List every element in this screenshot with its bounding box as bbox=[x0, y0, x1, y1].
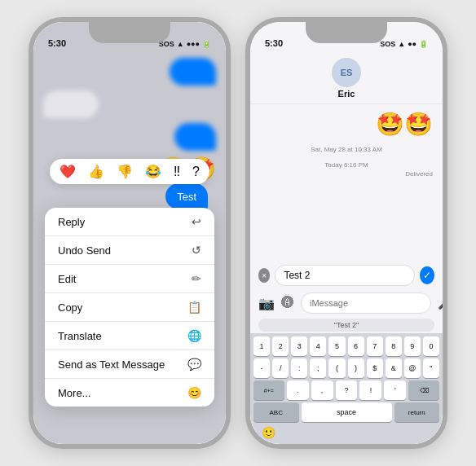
signal-icon: ●●● bbox=[187, 40, 200, 48]
blurred-bubble-1 bbox=[170, 58, 216, 86]
right-messages: 🤩🤩 Sat, May 28 at 10:33 AM Today 6:16 PM… bbox=[250, 104, 443, 262]
translate-icon: 🌐 bbox=[187, 329, 201, 342]
key-question[interactable]: ? bbox=[336, 380, 358, 400]
delivered-label: Delivered bbox=[260, 170, 433, 178]
key-9[interactable]: 9 bbox=[404, 336, 421, 356]
today-label: Today 6:16 PM bbox=[260, 161, 433, 169]
menu-send-text-label: Send as Text Message bbox=[58, 358, 165, 371]
wifi-icon: ▲ bbox=[177, 40, 184, 48]
more-icon: 😊 bbox=[187, 386, 201, 399]
key-slash[interactable]: / bbox=[272, 358, 289, 378]
menu-reply-label: Reply bbox=[58, 216, 85, 228]
menu-copy-label: Copy bbox=[58, 301, 82, 314]
key-colon[interactable]: : bbox=[291, 358, 307, 378]
menu-translate-label: Translate bbox=[58, 330, 102, 342]
date-label: Sat, May 28 at 10:33 AM bbox=[260, 146, 433, 153]
react-thumbsup[interactable]: 👍 bbox=[88, 164, 104, 179]
chat-header: ES Eric bbox=[250, 51, 443, 104]
menu-send-text[interactable]: Send as Text Message 💬 bbox=[45, 350, 214, 379]
right-sos-label: SOS bbox=[380, 40, 395, 48]
key-exclaim[interactable]: ! bbox=[359, 380, 381, 400]
blurred-bubble-2 bbox=[43, 90, 99, 118]
menu-edit[interactable]: Edit ✏ bbox=[45, 265, 214, 293]
menu-reply[interactable]: Reply ↩ bbox=[45, 208, 214, 236]
edit-input[interactable] bbox=[275, 265, 415, 286]
keyboard-num-row: 1 2 3 4 5 6 7 8 9 0 bbox=[253, 336, 439, 356]
menu-more[interactable]: More... 😊 bbox=[45, 379, 214, 407]
emoji-keyboard-button[interactable]: 🙂 bbox=[262, 426, 275, 439]
key-return[interactable]: return bbox=[394, 402, 440, 422]
key-hashplus[interactable]: #+= bbox=[253, 380, 284, 400]
media-bar: 📷 🅐 🎤 bbox=[250, 289, 443, 317]
battery-icon: 🔋 bbox=[202, 40, 211, 48]
key-6[interactable]: 6 bbox=[348, 336, 364, 356]
key-comma[interactable]: , bbox=[311, 380, 333, 400]
right-phone: 5:30 SOS ▲ ●● 🔋 ES Eric 🤩🤩 Sat, May 28 a… bbox=[245, 17, 447, 449]
edit-confirm-button[interactable]: ✓ bbox=[420, 266, 434, 284]
menu-translate[interactable]: Translate 🌐 bbox=[45, 322, 214, 350]
menu-edit-label: Edit bbox=[58, 273, 76, 285]
key-amp[interactable]: & bbox=[386, 358, 402, 378]
key-2[interactable]: 2 bbox=[272, 336, 289, 356]
edit-cancel-button[interactable]: × bbox=[258, 268, 270, 283]
keyboard-bottom-row: ABC space return bbox=[253, 402, 439, 422]
edit-icon: ✏ bbox=[192, 272, 201, 285]
reply-icon: ↩ bbox=[192, 215, 201, 228]
right-status-icons: SOS ▲ ●● 🔋 bbox=[380, 40, 428, 48]
key-1[interactable]: 1 bbox=[253, 336, 270, 356]
keyboard: 1 2 3 4 5 6 7 8 9 0 - / : ; ( ) $ & bbox=[250, 333, 443, 444]
bottom-bar: 🙂 bbox=[253, 424, 439, 442]
app-icon[interactable]: 🅐 bbox=[281, 296, 294, 310]
key-at[interactable]: @ bbox=[404, 358, 421, 378]
message-input[interactable] bbox=[301, 292, 431, 314]
avatar: ES bbox=[332, 58, 361, 87]
blurred-bubble-3 bbox=[174, 123, 216, 151]
react-exclaim[interactable]: ‼️ bbox=[174, 165, 180, 179]
contact-name: Eric bbox=[338, 89, 355, 99]
undo-icon: ↺ bbox=[192, 244, 201, 257]
key-dollar[interactable]: $ bbox=[367, 358, 383, 378]
right-emoji-bubble: 🤩🤩 bbox=[376, 111, 433, 138]
key-rparen[interactable]: ) bbox=[348, 358, 364, 378]
copy-icon: 📋 bbox=[187, 301, 201, 314]
reaction-bar[interactable]: ❤️ 👍 👎 😂 ‼️ ? bbox=[50, 159, 209, 184]
key-apostrophe[interactable]: ' bbox=[384, 380, 406, 400]
left-status-icons: SOS ▲ ●●● 🔋 bbox=[159, 40, 211, 48]
key-5[interactable]: 5 bbox=[328, 336, 345, 356]
quoted-label: "Test 2" bbox=[258, 319, 434, 332]
context-menu: Reply ↩ Undo Send ↺ Edit ✏ Copy 📋 Transl… bbox=[45, 208, 214, 407]
menu-more-label: More... bbox=[58, 387, 90, 399]
right-screen: 5:30 SOS ▲ ●● 🔋 ES Eric 🤩🤩 Sat, May 28 a… bbox=[250, 22, 443, 444]
key-space[interactable]: space bbox=[302, 402, 392, 422]
mic-icon[interactable]: 🎤 bbox=[438, 297, 443, 310]
react-question[interactable]: ? bbox=[192, 165, 200, 179]
right-notch bbox=[306, 22, 387, 43]
key-7[interactable]: 7 bbox=[367, 336, 383, 356]
keyboard-sym-row: - / : ; ( ) $ & @ " bbox=[253, 358, 439, 378]
left-screen: 5:30 SOS ▲ ●●● 🔋 🤩🤩 bbox=[33, 22, 226, 444]
react-thumbsdown[interactable]: 👎 bbox=[117, 164, 133, 179]
menu-undo-send[interactable]: Undo Send ↺ bbox=[45, 236, 214, 265]
menu-copy[interactable]: Copy 📋 bbox=[45, 293, 214, 322]
key-lparen[interactable]: ( bbox=[328, 358, 345, 378]
sms-icon: 💬 bbox=[187, 358, 201, 371]
key-0[interactable]: 0 bbox=[423, 336, 439, 356]
key-quote[interactable]: " bbox=[423, 358, 439, 378]
key-minus[interactable]: - bbox=[253, 358, 270, 378]
key-4[interactable]: 4 bbox=[310, 336, 326, 356]
key-semi[interactable]: ; bbox=[310, 358, 326, 378]
right-status-time: 5:30 bbox=[265, 38, 283, 48]
key-8[interactable]: 8 bbox=[386, 336, 402, 356]
key-3[interactable]: 3 bbox=[291, 336, 307, 356]
menu-undo-label: Undo Send bbox=[58, 244, 111, 257]
keyboard-third-row: #+= . , ? ! ' ⌫ bbox=[253, 380, 439, 400]
react-heart[interactable]: ❤️ bbox=[60, 164, 76, 179]
key-abc[interactable]: ABC bbox=[253, 402, 299, 422]
right-signal-icon: ●● bbox=[408, 40, 416, 48]
react-haha[interactable]: 😂 bbox=[145, 164, 161, 179]
highlighted-bubble: Test bbox=[165, 183, 208, 209]
camera-icon[interactable]: 📷 bbox=[258, 296, 275, 311]
key-backspace[interactable]: ⌫ bbox=[408, 380, 439, 400]
left-notch bbox=[89, 22, 170, 43]
key-period[interactable]: . bbox=[287, 380, 309, 400]
